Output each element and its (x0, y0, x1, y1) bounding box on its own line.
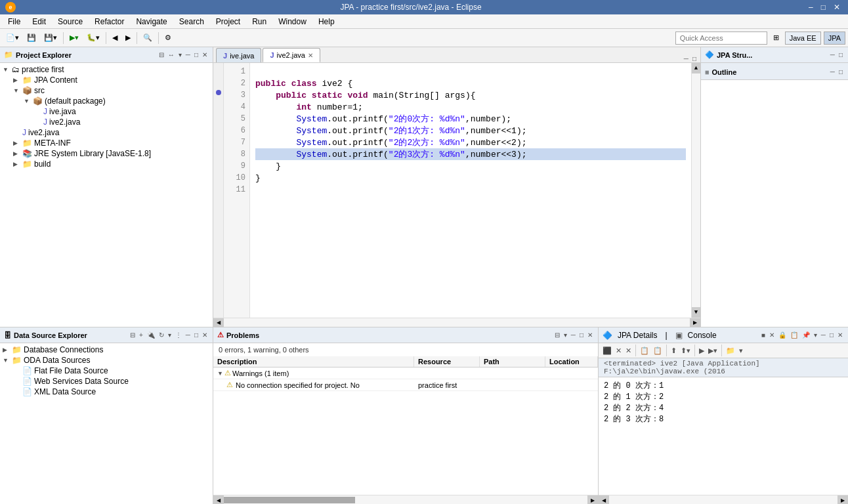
console-tool-4[interactable]: 📋 (639, 346, 650, 356)
save-button[interactable]: 💾 (24, 31, 39, 45)
tree-item-default-package[interactable]: ▼ 📦 (default package) (0, 96, 213, 106)
console-tool-5[interactable]: 📋 (652, 346, 664, 356)
tree-db-connections[interactable]: ▶ 📁 Database Connections (0, 345, 213, 355)
problems-close-button[interactable]: ✕ (586, 331, 594, 339)
ds-minimize-button[interactable]: ─ (184, 331, 192, 339)
jpa-maximize-button[interactable]: □ (837, 51, 844, 58)
extra-button[interactable]: ⚙ (161, 31, 175, 45)
warning-row-1[interactable]: ⚠ No connection specified for project. N… (213, 379, 598, 391)
console-tool-2[interactable]: ✕ (614, 346, 623, 356)
close-panel-button[interactable]: ✕ (201, 51, 209, 58)
next-button[interactable]: ▶ (122, 31, 134, 45)
editor-minimize-button[interactable]: ─ (683, 55, 690, 62)
hscroll-right-button[interactable]: ▶ (690, 318, 700, 327)
outline-minimize-button[interactable]: ─ (829, 68, 836, 75)
debug-button[interactable]: 🐛▾ (83, 31, 103, 45)
tab-ive-java[interactable]: J ive.java (216, 48, 261, 62)
code-content[interactable]: public class ive2 { public static void m… (250, 63, 691, 318)
menu-search[interactable]: Search (174, 16, 209, 28)
menu-source[interactable]: Source (53, 16, 88, 28)
jpa-perspective[interactable]: JPA (824, 32, 845, 45)
tree-item-build[interactable]: ▶ 📁 build (0, 159, 213, 169)
scroll-track[interactable] (692, 74, 700, 307)
console-clear-button[interactable]: ✕ (768, 331, 776, 339)
hscroll-left-button[interactable]: ◀ (213, 318, 224, 327)
close-button[interactable]: ✕ (831, 3, 843, 12)
console-scroll-lock-button[interactable]: 🔒 (777, 331, 788, 339)
tree-item-jpa-content[interactable]: ▶ 📁 JPA Content (0, 75, 213, 85)
maximize-button[interactable]: □ (818, 3, 828, 12)
console-stop-button[interactable]: ■ (760, 331, 767, 339)
menu-edit[interactable]: Edit (27, 16, 51, 28)
outline-maximize-button[interactable]: □ (837, 68, 844, 75)
prob-hscroll-left[interactable]: ◀ (213, 495, 224, 504)
problems-maximize-button[interactable]: □ (578, 331, 585, 339)
console-view-menu[interactable]: ▾ (813, 331, 818, 339)
minimize-button[interactable]: – (806, 3, 816, 12)
editor-maximize-button[interactable]: □ (691, 55, 698, 62)
ds-view-menu-button[interactable]: ⋮ (174, 331, 183, 339)
ds-close-button[interactable]: ✕ (201, 331, 209, 339)
search-toolbar-button[interactable]: 🔍 (140, 31, 156, 45)
quick-access-input[interactable] (675, 32, 767, 45)
menu-help[interactable]: Help (313, 16, 340, 28)
console-tool-9[interactable]: ▶▾ (707, 346, 719, 356)
collapse-all-button[interactable]: ⊟ (158, 51, 165, 58)
problems-filter-button[interactable]: ⊟ (553, 331, 561, 339)
minimize-panel-button[interactable]: ─ (184, 51, 192, 58)
ds-explorer-tree[interactable]: ▶ 📁 Database Connections ▼ 📁 ODA Data So… (0, 343, 213, 504)
tree-item-ive-java[interactable]: J ive.java (0, 106, 213, 117)
menu-refactor[interactable]: Refactor (89, 16, 129, 28)
con-hscroll-left[interactable]: ◀ (599, 495, 609, 504)
scroll-down-button[interactable]: ▼ (692, 307, 700, 318)
menu-run[interactable]: Run (247, 16, 272, 28)
tab-ive2-java[interactable]: J ive2.java ✕ (263, 48, 320, 62)
tree-xml-source[interactable]: 📄 XML Data Source (0, 387, 213, 397)
problems-minimize-button[interactable]: ─ (570, 331, 577, 339)
ds-connect-button[interactable]: 🔌 (146, 331, 156, 339)
prob-scroll-thumb[interactable] (224, 497, 355, 503)
maximize-panel-button[interactable]: □ (193, 51, 200, 58)
menu-window[interactable]: Window (273, 16, 312, 28)
ds-refresh-button[interactable]: ↻ (158, 331, 165, 339)
tree-item-ive2-java-src[interactable]: J ive2.java (0, 117, 213, 127)
tree-item-practice-first[interactable]: ▼ 🗂 practice first (0, 64, 213, 75)
ds-add-button[interactable]: + (138, 331, 144, 339)
console-tool-6[interactable]: ⬆ (669, 346, 678, 356)
tab-close-icon[interactable]: ✕ (308, 52, 313, 59)
prev-button[interactable]: ◀ (109, 31, 121, 45)
view-menu-button[interactable]: ▾ (177, 51, 183, 58)
console-tool-7[interactable]: ⬆▾ (679, 346, 692, 356)
save-all-button[interactable]: 💾▾ (41, 31, 60, 45)
console-hscrollbar[interactable]: ◀ ▶ (599, 495, 848, 504)
scroll-up-button[interactable]: ▲ (692, 63, 700, 74)
project-explorer-tree[interactable]: ▼ 🗂 practice first ▶ 📁 JPA Content ▼ 📦 s… (0, 63, 213, 327)
console-paste-button[interactable]: 📌 (801, 331, 811, 339)
console-copy-button[interactable]: 📋 (789, 331, 799, 339)
tree-oda-sources[interactable]: ▼ 📁 ODA Data Sources (0, 355, 213, 366)
open-perspective-button[interactable]: ⊞ (770, 31, 782, 45)
link-editor-button[interactable]: ↔ (167, 51, 176, 58)
problems-view-menu[interactable]: ▾ (562, 331, 568, 339)
console-close-button[interactable]: ✕ (836, 331, 844, 339)
warnings-group-row[interactable]: ▼ ⚠ Warnings (1 item) (213, 368, 598, 379)
editor-hscrollbar[interactable]: ◀ ▶ (213, 318, 700, 327)
ds-maximize-button[interactable]: □ (193, 331, 200, 339)
editor-scrollbar[interactable]: ▲ ▼ (691, 63, 700, 318)
console-tool-3[interactable]: ✕ (624, 346, 633, 356)
java-ee-perspective[interactable]: Java EE (785, 32, 821, 45)
problems-hscrollbar[interactable]: ◀ ▶ (213, 495, 598, 504)
console-tool-8[interactable]: ▶ (698, 346, 706, 356)
console-minimize-button[interactable]: ─ (820, 331, 827, 339)
menu-file[interactable]: File (3, 16, 26, 28)
tree-item-src[interactable]: ▼ 📦 src (0, 85, 213, 96)
console-tool-10[interactable]: 📁 (725, 346, 736, 356)
ds-filter-button[interactable]: ▾ (167, 331, 173, 339)
jpa-minimize-button[interactable]: ─ (829, 51, 836, 58)
tree-item-jre[interactable]: ▶ 📚 JRE System Library [JavaSE-1.8] (0, 148, 213, 159)
ds-collapse-button[interactable]: ⊟ (129, 331, 137, 339)
tree-item-ive2-java[interactable]: J ive2.java (0, 127, 213, 138)
con-hscroll-right[interactable]: ▶ (837, 495, 848, 504)
tree-item-meta-inf[interactable]: ▶ 📁 META-INF (0, 138, 213, 148)
console-maximize-button[interactable]: □ (828, 331, 835, 339)
